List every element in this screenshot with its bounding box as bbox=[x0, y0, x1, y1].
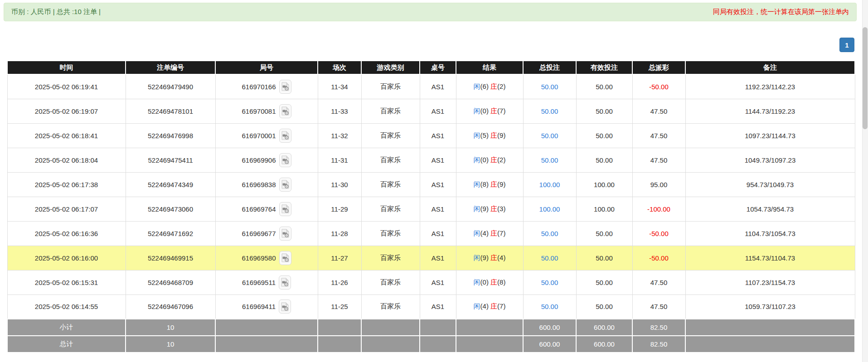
cell-round-id: 616969580 bbox=[215, 246, 318, 270]
summary-empty bbox=[361, 319, 420, 336]
cell-time: 2025-05-02 06:18:41 bbox=[7, 123, 126, 148]
result-banker: (3) bbox=[497, 205, 505, 212]
result-banker: (8) bbox=[497, 278, 505, 286]
column-header: 备注 bbox=[685, 61, 855, 74]
round-number: 616970081 bbox=[242, 107, 276, 115]
cell-valid-bet: 50.00 bbox=[576, 148, 632, 172]
cell-payout: 95.00 bbox=[632, 172, 685, 197]
result-player: 闲 bbox=[474, 302, 480, 310]
cell-payout: -50.00 bbox=[632, 221, 685, 246]
video-replay-icon[interactable] bbox=[279, 275, 291, 290]
round-number: 616969838 bbox=[242, 181, 276, 188]
summary-empty bbox=[685, 336, 855, 352]
table-row: 2025-05-02 06:16:00522469469915616969580… bbox=[7, 246, 855, 270]
cell-round-id: 616969677 bbox=[215, 221, 318, 246]
currency-total-label: 币别 : 人民币 | 总共 :10 注单 | bbox=[11, 8, 101, 16]
cell-total-bet-link[interactable]: 50.00 bbox=[523, 294, 576, 319]
total-bet-link[interactable]: 100.00 bbox=[539, 181, 560, 188]
cell-total-bet-link[interactable]: 50.00 bbox=[523, 221, 576, 246]
result-banker: 庄 bbox=[490, 107, 497, 115]
cell-table-code: AS1 bbox=[420, 123, 456, 148]
cell-payout: 47.50 bbox=[632, 294, 685, 319]
cell-session: 11-32 bbox=[318, 123, 361, 148]
cell-game-type: 百家乐 bbox=[361, 197, 420, 221]
column-header: 局号 bbox=[215, 61, 318, 74]
cell-total-bet-link[interactable]: 50.00 bbox=[523, 74, 576, 99]
subtotal-row: 小计10600.00600.0082.50 bbox=[7, 319, 855, 336]
summary-alert-bar: 币别 : 人民币 | 总共 :10 注单 | 同局有效投注，统一计算在该局第一张… bbox=[4, 3, 857, 21]
cell-table-code: AS1 bbox=[420, 294, 456, 319]
table-row: 2025-05-02 06:14:55522469467096616969411… bbox=[7, 294, 855, 319]
cell-game-type: 百家乐 bbox=[361, 270, 420, 294]
table-row: 2025-05-02 06:17:38522469474349616969838… bbox=[7, 172, 855, 197]
cell-payout: 47.50 bbox=[632, 148, 685, 172]
cell-total-bet-link[interactable]: 50.00 bbox=[523, 148, 576, 172]
result-player: (0) bbox=[480, 107, 489, 115]
video-replay-icon[interactable] bbox=[279, 227, 291, 241]
cell-round-id: 616970166 bbox=[215, 74, 318, 99]
cell-total-bet-link[interactable]: 50.00 bbox=[523, 123, 576, 148]
cell-total-bet-link[interactable]: 50.00 bbox=[523, 246, 576, 270]
video-replay-icon[interactable] bbox=[279, 251, 291, 265]
rule-notice-label: 同局有效投注，统一计算在该局第一张注单内 bbox=[713, 8, 849, 16]
total-bet-link[interactable]: 50.00 bbox=[541, 279, 558, 286]
total-bet-link[interactable]: 50.00 bbox=[541, 254, 558, 262]
cell-total-bet-link[interactable]: 50.00 bbox=[523, 99, 576, 123]
total-bet-link[interactable]: 50.00 bbox=[541, 303, 558, 310]
table-row: 2025-05-02 06:19:41522469479490616970166… bbox=[7, 74, 855, 99]
summary-payout: 82.50 bbox=[632, 336, 685, 352]
cell-note: 1154.73/1104.73 bbox=[685, 246, 855, 270]
cell-valid-bet: 100.00 bbox=[576, 197, 632, 221]
video-replay-icon[interactable] bbox=[279, 153, 291, 167]
cell-valid-bet: 50.00 bbox=[576, 221, 632, 246]
video-replay-icon[interactable] bbox=[279, 80, 291, 94]
video-replay-icon[interactable] bbox=[279, 129, 291, 143]
total-bet-link[interactable]: 100.00 bbox=[539, 205, 560, 213]
video-replay-icon[interactable] bbox=[279, 104, 291, 118]
total-bet-link[interactable]: 50.00 bbox=[541, 132, 558, 140]
summary-empty bbox=[456, 319, 523, 336]
cell-game-type: 百家乐 bbox=[361, 99, 420, 123]
cell-time: 2025-05-02 06:18:04 bbox=[7, 148, 126, 172]
cell-time: 2025-05-02 06:16:36 bbox=[7, 221, 126, 246]
vertical-scrollbar-thumb[interactable] bbox=[863, 27, 868, 129]
video-replay-icon[interactable] bbox=[279, 202, 291, 216]
cell-bet-id: 522469474349 bbox=[126, 172, 215, 197]
cell-game-type: 百家乐 bbox=[361, 294, 420, 319]
summary-payout: 82.50 bbox=[632, 319, 685, 336]
total-bet-link[interactable]: 50.00 bbox=[541, 230, 558, 237]
cell-time: 2025-05-02 06:19:41 bbox=[7, 74, 126, 99]
cell-game-type: 百家乐 bbox=[361, 74, 420, 99]
cell-total-bet-link[interactable]: 100.00 bbox=[523, 172, 576, 197]
column-header: 注单编号 bbox=[126, 61, 215, 74]
summary-empty bbox=[215, 319, 318, 336]
table-row: 2025-05-02 06:18:04522469475411616969906… bbox=[7, 148, 855, 172]
result-player: (5) bbox=[480, 131, 489, 139]
cell-bet-id: 522469473060 bbox=[126, 197, 215, 221]
pagination-page-1-button[interactable]: 1 bbox=[839, 38, 854, 52]
total-bet-link[interactable]: 50.00 bbox=[541, 156, 558, 164]
result-player: 闲 bbox=[474, 254, 480, 261]
round-number: 616969411 bbox=[242, 303, 276, 310]
total-bet-link[interactable]: 50.00 bbox=[541, 83, 558, 91]
total-bet-link[interactable]: 50.00 bbox=[541, 107, 558, 115]
total-row: 总计10600.00600.0082.50 bbox=[7, 336, 855, 352]
cell-round-id: 616969906 bbox=[215, 148, 318, 172]
vertical-scrollbar-track[interactable] bbox=[862, 0, 868, 362]
bet-records-table: 时间注单编号局号场次游戏类别桌号结果总投注有效投注总派彩备注 2025-05-0… bbox=[7, 60, 855, 353]
cell-table-code: AS1 bbox=[420, 270, 456, 294]
cell-game-type: 百家乐 bbox=[361, 148, 420, 172]
result-banker: 庄 bbox=[490, 156, 497, 164]
cell-total-bet-link[interactable]: 50.00 bbox=[523, 270, 576, 294]
video-replay-icon[interactable] bbox=[279, 178, 291, 192]
cell-payout: 47.50 bbox=[632, 99, 685, 123]
cell-note: 1104.73/1054.73 bbox=[685, 221, 855, 246]
cell-bet-id: 522469467096 bbox=[126, 294, 215, 319]
cell-total-bet-link[interactable]: 100.00 bbox=[523, 197, 576, 221]
column-header: 游戏类别 bbox=[361, 61, 420, 74]
cell-table-code: AS1 bbox=[420, 221, 456, 246]
video-replay-icon[interactable] bbox=[279, 299, 291, 314]
summary-empty bbox=[685, 319, 855, 336]
round-number: 616969764 bbox=[242, 205, 276, 213]
cell-table-code: AS1 bbox=[420, 172, 456, 197]
